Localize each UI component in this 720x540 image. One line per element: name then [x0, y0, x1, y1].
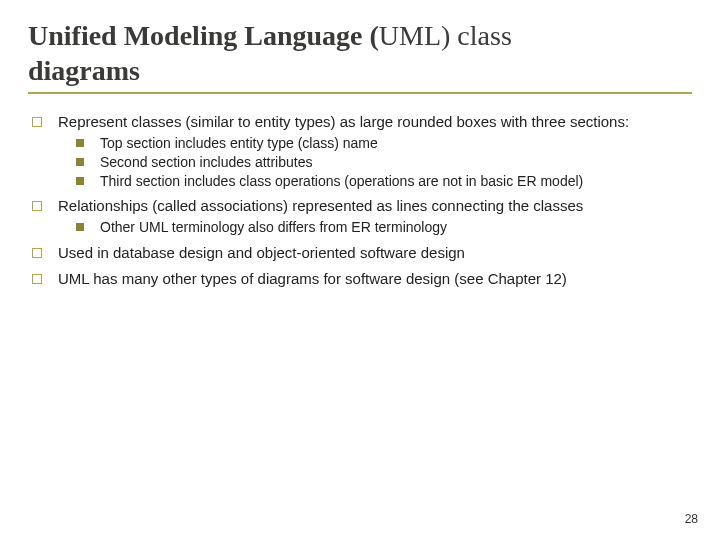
sub-bullet-text: Top section includes entity type (class)… — [100, 135, 378, 151]
square-bullet-icon — [32, 117, 42, 127]
list-item: UML has many other types of diagrams for… — [32, 269, 692, 289]
filled-square-icon — [76, 223, 84, 231]
square-bullet-icon — [32, 201, 42, 211]
square-bullet-icon — [32, 274, 42, 284]
sub-bullet-text: Second section includes attributes — [100, 154, 312, 170]
list-item: Represent classes (similar to entity typ… — [32, 112, 692, 190]
sub-bullet-text: Other UML terminology also differs from … — [100, 219, 447, 235]
list-item: Third section includes class operations … — [76, 172, 692, 191]
filled-square-icon — [76, 158, 84, 166]
filled-square-icon — [76, 139, 84, 147]
list-item: Used in database design and object-orien… — [32, 243, 692, 263]
sub-list: Top section includes entity type (class)… — [76, 134, 692, 191]
list-item: Second section includes attributes — [76, 153, 692, 172]
sub-bullet-text: Third section includes class operations … — [100, 173, 583, 189]
title-line2: diagrams — [28, 55, 140, 86]
bullet-text: Relationships (called associations) repr… — [58, 197, 583, 214]
bullet-list: Represent classes (similar to entity typ… — [32, 112, 692, 289]
list-item: Other UML terminology also differs from … — [76, 218, 692, 237]
sub-list: Other UML terminology also differs from … — [76, 218, 692, 237]
bullet-text: Represent classes (similar to entity typ… — [58, 113, 629, 130]
list-item: Relationships (called associations) repr… — [32, 196, 692, 237]
title-part1: Unified Modeling Language ( — [28, 20, 379, 51]
list-item: Top section includes entity type (class)… — [76, 134, 692, 153]
square-bullet-icon — [32, 248, 42, 258]
slide-title: Unified Modeling Language (UML) class di… — [28, 18, 692, 94]
title-paren: UML) class — [379, 20, 512, 51]
bullet-text: Used in database design and object-orien… — [58, 244, 465, 261]
bullet-text: UML has many other types of diagrams for… — [58, 270, 567, 287]
slide-content: Represent classes (similar to entity typ… — [28, 112, 692, 289]
filled-square-icon — [76, 177, 84, 185]
page-number: 28 — [685, 512, 698, 526]
